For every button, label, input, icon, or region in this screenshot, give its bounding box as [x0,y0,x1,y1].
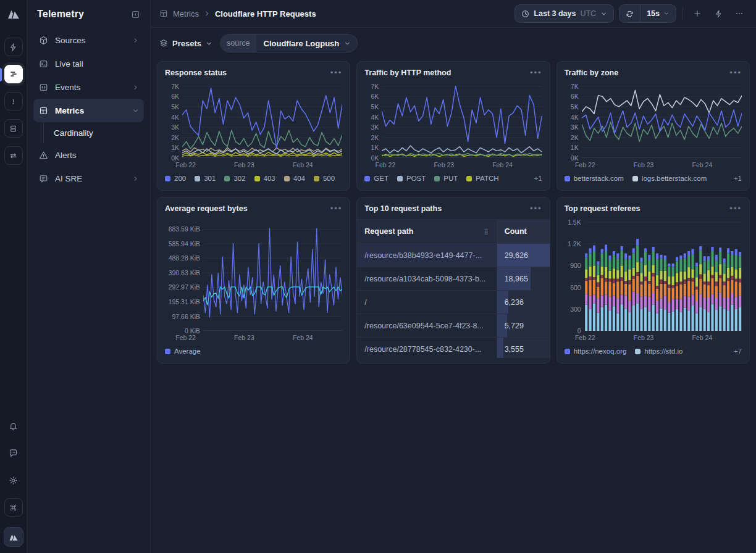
legend-item-302[interactable]: 302 [224,175,245,182]
line-chart[interactable]: 0K1K2K3K4K5K6K7K [565,82,742,158]
card-menu-button[interactable]: ••• [729,206,742,211]
card-header: Traffic by zone••• [565,69,742,77]
column-header-count[interactable]: Count [497,220,550,243]
chart-plot-area[interactable] [382,82,542,158]
sidebar-item-ai-sre[interactable]: AI SRE [33,167,144,190]
more-options-button[interactable] [731,6,747,22]
timezone-label: UTC [580,9,596,18]
legend-chip [565,176,570,181]
legend-chip [195,176,200,181]
legend-item-https-nexoq-org[interactable]: https://nexoq.org [565,347,627,355]
card-top-request-referees: Top request referees•••03006009001.2K1.5… [556,197,750,364]
refresh-controls: 15s [619,4,676,23]
time-range-picker[interactable]: Last 3 days UTC [514,4,614,23]
table-row[interactable]: /resource/63e09544-5ce7-4f23-8...5,729 [357,314,549,338]
line-chart[interactable]: 0K1K2K3K4K5K6K7K [364,82,542,158]
incidents-rail-button[interactable] [4,92,23,110]
card-menu-button[interactable]: ••• [530,70,542,75]
sidebar-item-cardinality[interactable]: Cardinality [43,122,144,143]
stacked-bar-chart[interactable]: 03006009001.2K1.5K [565,218,742,331]
cell-count: 3,555 [497,338,550,358]
legend-more-count: +7 [734,347,742,355]
legend-item-put[interactable]: PUT [434,175,458,182]
chart-plot-area[interactable] [582,82,742,158]
card-menu-button[interactable]: ••• [330,206,343,211]
legend-item-404[interactable]: 404 [284,175,305,182]
card-header: Traffic by HTTP method••• [364,69,542,77]
theme-sun-icon[interactable] [4,471,23,489]
command-menu-icon[interactable] [4,498,23,517]
sidebar-collapse-icon[interactable] [131,10,140,19]
notifications-bell-icon[interactable] [4,417,23,435]
quick-actions-bolt-button[interactable] [710,6,726,22]
chart-plot-area[interactable] [203,218,342,331]
table-row[interactable]: /6,236 [357,291,549,314]
legend-item-get[interactable]: GET [364,175,388,182]
count-data-bar [497,338,503,358]
card-menu-button[interactable]: ••• [530,206,542,211]
card-menu-button[interactable]: ••• [330,70,343,75]
app-title: Telemetry [37,9,84,20]
y-axis: 0K1K2K3K4K5K6K7K [565,82,582,158]
line-chart[interactable]: 0K1K2K3K4K5K6K7K [165,82,342,158]
legend-item-betterstack-com[interactable]: betterstack.com [565,175,624,182]
table-row[interactable]: /resource/b38b4933-e149-4477-...29,626 [357,244,549,267]
refresh-interval-select[interactable]: 15s [640,5,676,22]
betterstack-logo-icon[interactable] [7,9,20,20]
legend-item-200[interactable]: 200 [165,175,186,182]
sidebar-item-events[interactable]: Events [33,75,144,99]
sidebar-item-metrics[interactable]: Metrics [33,99,144,122]
refresh-now-button[interactable] [620,5,640,22]
chevron-right-icon [204,10,210,17]
spike-chart[interactable]: 0 KiB97.66 KiB195.31 KiB292.97 KiB390.63… [165,218,342,331]
presets-dropdown[interactable]: Presets [159,39,212,48]
legend-item-logs-betterstack-com[interactable]: logs.betterstack.com [632,175,707,182]
legend-chip [165,176,170,181]
catalog-rail-button[interactable] [4,119,23,138]
x-axis: Feb 22Feb 23Feb 24 [364,160,542,170]
legend-chip [284,176,290,181]
sidebar-item-live-tail[interactable]: Live tail [33,52,144,75]
source-filter[interactable]: source Cloudflare Logpush [220,34,358,52]
chart-legend: 200301302403404500 [165,172,342,185]
cell-count: 6,236 [497,291,550,314]
warning-icon [38,151,49,160]
breadcrumb-parent[interactable]: Metrics [173,9,199,19]
chevron-right-icon [132,175,139,182]
workflows-rail-button[interactable] [4,146,23,165]
legend-more-count: +1 [534,175,542,182]
card-menu-button[interactable]: ••• [729,70,742,75]
legend-chip [466,176,472,181]
legend-item-https-std-io[interactable]: https://std.io [635,347,682,355]
cell-count: 5,729 [497,314,550,337]
table-row[interactable]: /resource/a1034cab-5098-4373-b...18,965 [357,267,549,291]
legend-item-post[interactable]: POST [397,175,426,182]
chart-plot-area[interactable] [182,82,342,158]
x-axis: Feb 22Feb 23Feb 24 [565,333,742,343]
sidebar-item-sources[interactable]: Sources [33,28,144,52]
cube-icon [38,36,49,45]
legend-item-patch[interactable]: PATCH [466,175,498,182]
y-axis: 0K1K2K3K4K5K6K7K [364,82,382,158]
telemetry-rail-button[interactable] [4,65,23,83]
presets-label: Presets [172,39,201,48]
workspace-avatar[interactable] [4,527,23,547]
chevron-down-icon [600,10,607,17]
cell-request-path: / [357,291,496,314]
legend-item-average[interactable]: Average [165,347,201,355]
sidebar-item-alerts[interactable]: Alerts [33,143,144,167]
x-axis: Feb 22Feb 23Feb 24 [565,160,742,170]
chart-plot-area[interactable] [584,218,742,331]
column-header-request-path[interactable]: Request path⣿ [357,220,496,243]
legend-item-301[interactable]: 301 [195,175,216,182]
table-row[interactable]: /resource/28778545-c832-4230-...3,555 [357,338,549,358]
feedback-chat-icon[interactable] [4,444,23,462]
legend-item-500[interactable]: 500 [314,175,335,182]
legend-chip [632,176,638,181]
column-resize-handle[interactable]: ⣿ [484,228,489,235]
uptime-rail-button[interactable] [4,38,23,56]
legend-item-403[interactable]: 403 [254,175,275,182]
clock-icon [521,10,529,18]
add-chart-button[interactable] [689,6,705,22]
chart-legend: betterstack.comlogs.betterstack.com+1 [565,172,742,185]
